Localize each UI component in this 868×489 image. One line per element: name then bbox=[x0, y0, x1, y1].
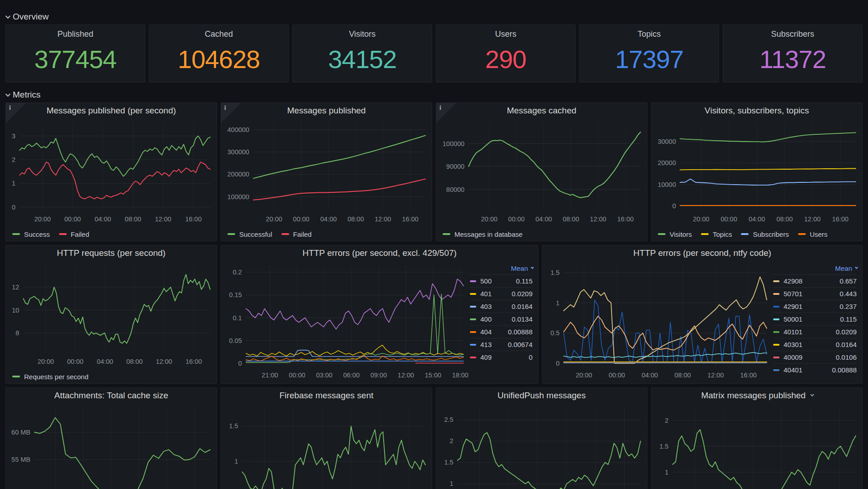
section-row-overview[interactable]: Overview bbox=[5, 9, 863, 24]
legend-row-40009[interactable]: 400090.0106 bbox=[773, 351, 857, 363]
chart-canvas-messages-published-rate[interactable]: 20:0000:0004:0008:0012:0016:000123 bbox=[6, 118, 217, 227]
svg-text:03:00: 03:00 bbox=[316, 372, 332, 379]
legend-row-403[interactable]: 4030.0164 bbox=[470, 300, 533, 313]
panel-title-bar[interactable]: Visitors, subscribers, topics bbox=[651, 103, 862, 118]
svg-text:09:00: 09:00 bbox=[370, 372, 387, 379]
chevron-down-icon bbox=[5, 14, 10, 19]
legend-row-42901[interactable]: 429010.237 bbox=[773, 300, 857, 313]
legend-row-413[interactable]: 4130.00674 bbox=[470, 338, 533, 351]
legend-item-success[interactable]: Success bbox=[12, 230, 50, 238]
panel-title-bar[interactable]: HTTP errors (per second, excl. 429/507) bbox=[221, 245, 538, 261]
panel-messages-published: i Messages published 20:0000:0004:0008:0… bbox=[221, 103, 432, 241]
chart-canvas-http-errors-ntfy[interactable]: 20:0000:0004:0008:0012:0016:0000.511.5 bbox=[542, 261, 773, 383]
svg-text:04:00: 04:00 bbox=[321, 215, 337, 223]
panel-title-bar[interactable]: Attachments: Total cache size bbox=[6, 388, 217, 403]
panel-title-bar[interactable]: Messages published bbox=[221, 103, 432, 118]
svg-text:0: 0 bbox=[12, 204, 15, 211]
svg-text:00:00: 00:00 bbox=[609, 372, 625, 379]
legend-swatch-icon bbox=[773, 344, 779, 346]
panel-title-bar[interactable]: HTTP requests (per second) bbox=[6, 245, 217, 261]
svg-text:00:00: 00:00 bbox=[508, 215, 524, 223]
legend-item-successful[interactable]: Successful bbox=[227, 230, 272, 238]
legend-row-50701[interactable]: 507010.443 bbox=[773, 287, 857, 300]
legend-item-failed[interactable]: Failed bbox=[59, 230, 89, 238]
panel-title: Visitors, subscribers, topics bbox=[705, 106, 809, 116]
legend-row-40101[interactable]: 401010.0209 bbox=[773, 325, 857, 338]
series-name: 400 bbox=[480, 315, 492, 323]
panel-messages-cached: i Messages cached 20:0000:0004:0008:0012… bbox=[436, 103, 647, 241]
series-mean-value: 0.0134 bbox=[512, 315, 533, 323]
stat-panel-published[interactable]: Published 377454 bbox=[5, 24, 145, 83]
chart-canvas-http-requests[interactable]: 20:0000:0004:0008:0012:0016:0081012 bbox=[6, 261, 217, 370]
stat-value: 104628 bbox=[178, 36, 260, 82]
panel-title-bar[interactable]: Firebase messages sent bbox=[221, 388, 432, 403]
panel-menu-chevron-icon[interactable] bbox=[810, 393, 814, 396]
legend-row-401[interactable]: 4010.0209 bbox=[470, 287, 533, 300]
legend-item-users[interactable]: Users bbox=[798, 230, 828, 238]
legend-label: Requests per second bbox=[24, 373, 89, 381]
legend-item-visitors[interactable]: Visitors bbox=[658, 230, 692, 238]
mean-column-header[interactable]: Mean bbox=[470, 262, 533, 274]
series-name: 413 bbox=[480, 341, 492, 348]
svg-text:20:00: 20:00 bbox=[693, 215, 709, 223]
legend-row-400[interactable]: 4000.0134 bbox=[470, 313, 533, 325]
legend-swatch-icon bbox=[773, 331, 779, 333]
stat-panel-cached[interactable]: Cached 104628 bbox=[149, 24, 289, 83]
legend-label: Success bbox=[24, 230, 50, 238]
panel-title-bar[interactable]: HTTP errors (per second, ntfy code) bbox=[542, 245, 862, 261]
mean-column-header[interactable]: Mean bbox=[773, 262, 857, 274]
chart-canvas-messages-published[interactable]: 20:0000:0004:0008:0012:0016:001000002000… bbox=[221, 118, 432, 227]
legend-swatch-icon bbox=[470, 331, 476, 333]
svg-text:21:00: 21:00 bbox=[261, 372, 278, 379]
legend-row-409[interactable]: 4090 bbox=[470, 351, 533, 363]
panel-title: Messages published bbox=[287, 106, 365, 116]
legend-row-50001[interactable]: 500010.115 bbox=[773, 313, 857, 325]
chart-canvas-http-errors-excl[interactable]: 21:0000:0003:0006:0009:0012:0015:0018:00… bbox=[221, 261, 470, 383]
svg-text:0: 0 bbox=[672, 202, 676, 210]
series-mean-value: 0.00888 bbox=[508, 328, 533, 336]
legend-item-topics[interactable]: Topics bbox=[701, 230, 732, 238]
stat-panel-users[interactable]: Users 290 bbox=[436, 24, 576, 83]
stat-panel-visitors[interactable]: Visitors 34152 bbox=[292, 24, 432, 83]
panel-title-bar[interactable]: Matrix messages published bbox=[651, 388, 862, 403]
series-mean-value: 0.237 bbox=[839, 303, 857, 310]
panel-title-bar[interactable]: UnifiedPush messages bbox=[436, 388, 647, 403]
svg-text:04:00: 04:00 bbox=[749, 215, 765, 223]
series-mean-value: 0.443 bbox=[839, 290, 857, 298]
svg-text:06:00: 06:00 bbox=[343, 372, 360, 379]
chart-canvas-unifiedpush[interactable]: 20:0000:0004:0008:0012:0016:0011.522.5 bbox=[436, 403, 647, 489]
svg-text:10000: 10000 bbox=[658, 181, 676, 188]
svg-text:0.5: 0.5 bbox=[550, 329, 559, 337]
panel-title-bar[interactable]: Messages cached bbox=[436, 103, 647, 118]
legend-row-40401[interactable]: 404010.00888 bbox=[773, 363, 857, 376]
legend-swatch-icon bbox=[470, 280, 476, 282]
legend-item-requests-per-second[interactable]: Requests per second bbox=[12, 373, 89, 381]
legend-item-subscribers[interactable]: Subscribers bbox=[741, 230, 789, 238]
legend-item-failed[interactable]: Failed bbox=[281, 230, 312, 238]
legend-row-404[interactable]: 4040.00888 bbox=[470, 325, 533, 338]
legend-swatch-icon bbox=[773, 357, 779, 358]
panel-title-bar[interactable]: Messages published (per second) bbox=[6, 103, 217, 118]
stat-panel-topics[interactable]: Topics 17397 bbox=[579, 24, 719, 83]
metrics-row-3: Attachments: Total cache size 20:0000:00… bbox=[5, 387, 863, 489]
legend-swatch-icon bbox=[12, 376, 20, 377]
chart-canvas-matrix-published[interactable]: 20:0000:0004:0008:0012:0016:000.511.52 bbox=[651, 403, 862, 489]
legend-row-40301[interactable]: 403010.0164 bbox=[773, 338, 857, 351]
svg-text:1: 1 bbox=[665, 469, 669, 476]
stat-panel-subscribers[interactable]: Subscribers 11372 bbox=[723, 24, 863, 83]
chart-canvas-messages-cached[interactable]: 20:0000:0004:0008:0012:0016:008000090000… bbox=[436, 118, 647, 227]
panel-messages-published-rate: i Messages published (per second) 20:000… bbox=[5, 103, 217, 241]
legend-row-42908[interactable]: 429080.657 bbox=[773, 274, 857, 287]
chart-canvas-firebase-sent[interactable]: 20:0000:0004:0008:0012:0016:000.511.5 bbox=[221, 403, 432, 489]
chart-canvas-visitors-subscribers-topics[interactable]: 20:0000:0004:0008:0012:0016:000100002000… bbox=[651, 118, 862, 227]
series-mean-value: 0.00888 bbox=[832, 366, 857, 374]
svg-text:12:00: 12:00 bbox=[156, 358, 172, 365]
panel-title: Attachments: Total cache size bbox=[54, 391, 168, 401]
legend-item-messages-in-database[interactable]: Messages in database bbox=[443, 230, 523, 238]
svg-text:100000: 100000 bbox=[443, 140, 464, 147]
legend-row-500[interactable]: 5000.115 bbox=[470, 274, 533, 287]
section-row-metrics[interactable]: Metrics bbox=[5, 87, 863, 103]
svg-text:400000: 400000 bbox=[227, 126, 249, 133]
svg-text:08:00: 08:00 bbox=[347, 215, 364, 223]
chart-canvas-attachments-cache[interactable]: 20:0000:0004:0008:0012:0016:0055 MB60 MB bbox=[6, 403, 217, 489]
